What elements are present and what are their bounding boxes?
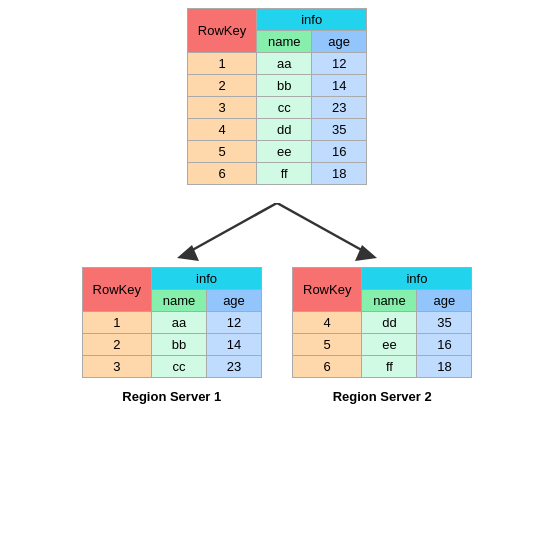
bottom-right-table: RowKeyinfonameage4dd355ee166ff18 — [292, 267, 472, 378]
name-cell: ff — [257, 163, 312, 185]
rowkey-cell: 2 — [82, 334, 151, 356]
age-cell: 35 — [417, 312, 472, 334]
age-header: age — [207, 290, 262, 312]
rowkey-cell: 4 — [187, 119, 256, 141]
svg-line-0 — [187, 203, 277, 253]
name-cell: cc — [152, 356, 207, 378]
name-cell: bb — [257, 75, 312, 97]
age-header: age — [312, 31, 367, 53]
rowkey-cell: 6 — [187, 163, 256, 185]
name-cell: dd — [362, 312, 417, 334]
age-cell: 12 — [312, 53, 367, 75]
rowkey-cell: 4 — [293, 312, 362, 334]
name-cell: ee — [362, 334, 417, 356]
rowkey-cell: 5 — [293, 334, 362, 356]
rowkey-header: RowKey — [82, 268, 151, 312]
age-cell: 16 — [417, 334, 472, 356]
info-header: info — [362, 268, 472, 290]
split-section — [0, 199, 554, 263]
name-header: name — [152, 290, 207, 312]
name-header: name — [257, 31, 312, 53]
rowkey-cell: 3 — [187, 97, 256, 119]
top-table: RowKeyinfonameage1aa122bb143cc234dd355ee… — [187, 8, 367, 185]
bottom-left-table: RowKeyinfonameage1aa122bb143cc23 — [82, 267, 262, 378]
age-cell: 14 — [312, 75, 367, 97]
age-cell: 18 — [312, 163, 367, 185]
age-cell: 14 — [207, 334, 262, 356]
age-cell: 23 — [312, 97, 367, 119]
bottom-right-container: RowKeyinfonameage4dd355ee166ff18 Region … — [292, 267, 472, 404]
age-cell: 16 — [312, 141, 367, 163]
info-header: info — [257, 9, 367, 31]
svg-line-2 — [277, 203, 367, 253]
name-cell: cc — [257, 97, 312, 119]
bottom-right-label: Region Server 2 — [333, 389, 432, 404]
age-cell: 23 — [207, 356, 262, 378]
name-cell: aa — [257, 53, 312, 75]
rowkey-cell: 2 — [187, 75, 256, 97]
name-cell: ff — [362, 356, 417, 378]
main-container: RowKeyinfonameage1aa122bb143cc234dd355ee… — [0, 0, 554, 404]
rowkey-cell: 1 — [187, 53, 256, 75]
name-header: name — [362, 290, 417, 312]
age-cell: 35 — [312, 119, 367, 141]
rowkey-cell: 1 — [82, 312, 151, 334]
bottom-left-container: RowKeyinfonameage1aa122bb143cc23 Region … — [82, 267, 262, 404]
age-cell: 18 — [417, 356, 472, 378]
name-cell: dd — [257, 119, 312, 141]
rowkey-cell: 3 — [82, 356, 151, 378]
name-cell: aa — [152, 312, 207, 334]
name-cell: ee — [257, 141, 312, 163]
split-arrows — [127, 203, 427, 263]
rowkey-header: RowKey — [293, 268, 362, 312]
bottom-left-label: Region Server 1 — [122, 389, 221, 404]
age-header: age — [417, 290, 472, 312]
info-header: info — [152, 268, 262, 290]
age-cell: 12 — [207, 312, 262, 334]
rowkey-cell: 5 — [187, 141, 256, 163]
name-cell: bb — [152, 334, 207, 356]
rowkey-cell: 6 — [293, 356, 362, 378]
rowkey-header: RowKey — [187, 9, 256, 53]
bottom-row: RowKeyinfonameage1aa122bb143cc23 Region … — [82, 267, 473, 404]
